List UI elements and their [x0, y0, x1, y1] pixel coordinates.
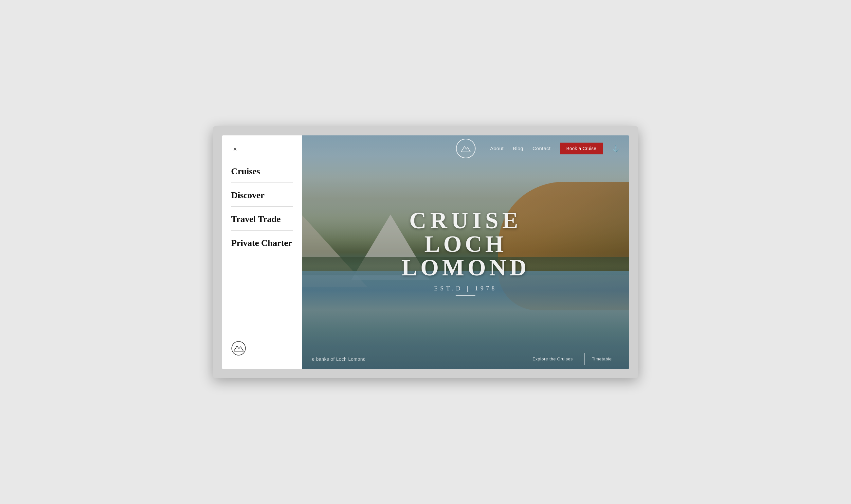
inner-container: × Cruises Discover Travel Trade Private … — [222, 136, 629, 369]
hero-subtitle: EST.D | 1978 — [384, 285, 548, 292]
sidebar-item-cruises[interactable]: Cruises — [231, 166, 293, 183]
sidebar-item-label: Discover — [231, 190, 264, 200]
hero-text-block: CRUISE LOCH LOMOND EST.D | 1978 — [384, 209, 548, 296]
timetable-button[interactable]: Timetable — [584, 353, 619, 365]
header-logo[interactable] — [456, 139, 475, 158]
sidebar-item-private-charter[interactable]: Private Charter — [231, 231, 293, 254]
nav-contact-link[interactable]: Contact — [533, 146, 551, 151]
bottom-action-buttons: Explore the Cruises Timetable — [525, 353, 619, 365]
hero-section: About Blog Contact Book a Cruise ⚓ CRUIS… — [302, 136, 629, 369]
sidebar-drawer: × Cruises Discover Travel Trade Private … — [222, 136, 302, 369]
sidebar-item-label: Cruises — [231, 166, 260, 176]
tagline-text: e banks of Loch Lomond — [312, 357, 366, 362]
hero-title-cruise: CRUISE — [384, 209, 548, 232]
sidebar-item-travel-trade[interactable]: Travel Trade — [231, 207, 293, 231]
bottom-bar: e banks of Loch Lomond Explore the Cruis… — [302, 349, 629, 369]
sidebar-item-discover[interactable]: Discover — [231, 183, 293, 207]
logo-mountain-icon — [460, 143, 472, 155]
hero-title-loch: LOCH LOMOND — [384, 232, 548, 279]
hero-divider — [456, 295, 475, 296]
close-button[interactable]: × — [231, 145, 239, 153]
book-cruise-button[interactable]: Book a Cruise — [560, 143, 603, 155]
nav-blog-link[interactable]: Blog — [513, 146, 523, 151]
outer-frame: × Cruises Discover Travel Trade Private … — [213, 126, 638, 378]
sidebar-logo-icon — [231, 341, 246, 356]
nav-links: About Blog Contact Book a Cruise ⚓ — [490, 143, 619, 155]
sidebar-item-label: Private Charter — [231, 238, 292, 248]
top-navigation: About Blog Contact Book a Cruise ⚓ — [302, 136, 629, 162]
cart-icon[interactable]: ⚓ — [612, 145, 619, 152]
explore-cruises-button[interactable]: Explore the Cruises — [525, 353, 580, 365]
nav-about-link[interactable]: About — [490, 146, 504, 151]
nav-items-list: Cruises Discover Travel Trade Private Ch… — [231, 166, 293, 341]
sidebar-item-label: Travel Trade — [231, 214, 280, 224]
